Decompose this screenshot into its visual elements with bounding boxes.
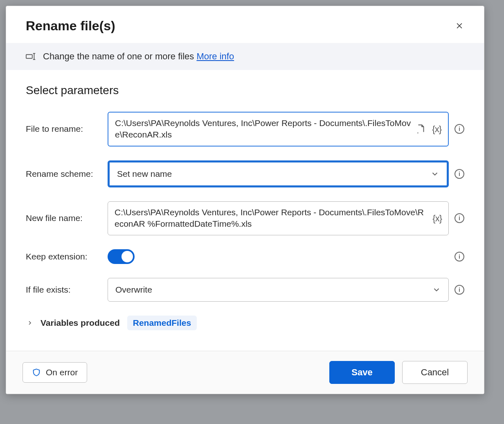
info-icon[interactable]: i <box>454 169 464 179</box>
variables-produced-row[interactable]: Variables produced RenamedFiles <box>26 316 464 330</box>
dialog-footer: On error Save Cancel <box>6 351 484 394</box>
if-file-exists-select[interactable]: Overwrite <box>108 278 449 302</box>
info-description: Change the name of one or more files Mor… <box>43 51 234 62</box>
info-strip: Change the name of one or more files Mor… <box>6 43 484 70</box>
chevron-down-icon <box>430 169 439 178</box>
shield-icon <box>32 368 41 377</box>
variable-picker-icon[interactable]: {x} <box>432 212 442 225</box>
label-new-file-name: New file name: <box>26 213 108 223</box>
on-error-label: On error <box>46 368 78 377</box>
close-button[interactable] <box>451 18 468 34</box>
rename-files-dialog: Rename file(s) Change the name of one or… <box>6 6 484 394</box>
chevron-right-icon <box>27 320 33 326</box>
toggle-knob <box>122 251 133 262</box>
variable-chip-renamedfiles[interactable]: RenamedFiles <box>127 316 197 330</box>
label-file-to-rename: File to rename: <box>26 124 108 134</box>
variable-picker-icon[interactable]: {x} <box>432 123 441 135</box>
info-icon[interactable]: i <box>454 252 464 262</box>
row-file-to-rename: File to rename: C:\Users\PA\Reynolds Ven… <box>26 112 464 147</box>
close-icon <box>455 22 464 30</box>
svg-rect-2 <box>26 54 32 58</box>
row-keep-extension: Keep extension: i <box>26 249 464 264</box>
file-to-rename-input[interactable]: C:\Users\PA\Reynolds Ventures, Inc\Power… <box>108 112 449 147</box>
dialog-body: Select parameters File to rename: C:\Use… <box>6 70 484 339</box>
label-keep-extension: Keep extension: <box>26 252 108 262</box>
new-file-name-value: C:\Users\PA\Reynolds Ventures, Inc\Power… <box>115 207 428 230</box>
rename-icon <box>26 52 36 61</box>
chevron-down-icon <box>432 285 441 294</box>
info-icon[interactable]: i <box>454 124 464 134</box>
row-new-file-name: New file name: C:\Users\PA\Reynolds Vent… <box>26 201 464 235</box>
row-rename-scheme: Rename scheme: Set new name i <box>26 160 464 187</box>
dialog-title: Rename file(s) <box>26 18 115 34</box>
on-error-button[interactable]: On error <box>22 362 87 383</box>
row-if-file-exists: If file exists: Overwrite i <box>26 278 464 302</box>
rename-scheme-value: Set new name <box>117 168 430 180</box>
section-title: Select parameters <box>26 84 464 97</box>
info-icon[interactable]: i <box>454 213 464 223</box>
label-rename-scheme: Rename scheme: <box>26 169 108 179</box>
if-file-exists-value: Overwrite <box>115 284 432 295</box>
file-picker-icon[interactable] <box>416 124 426 134</box>
variables-produced-label: Variables produced <box>40 318 120 328</box>
new-file-name-input[interactable]: C:\Users\PA\Reynolds Ventures, Inc\Power… <box>108 201 449 235</box>
label-if-file-exists: If file exists: <box>26 285 108 295</box>
more-info-link[interactable]: More info <box>196 51 234 61</box>
file-to-rename-value: C:\Users\PA\Reynolds Ventures, Inc\Power… <box>115 117 411 141</box>
save-button[interactable]: Save <box>329 361 395 384</box>
keep-extension-toggle[interactable] <box>108 249 135 264</box>
dialog-header: Rename file(s) <box>6 6 484 43</box>
info-icon[interactable]: i <box>454 285 464 295</box>
rename-scheme-select[interactable]: Set new name <box>108 160 449 187</box>
cancel-button[interactable]: Cancel <box>402 361 468 384</box>
